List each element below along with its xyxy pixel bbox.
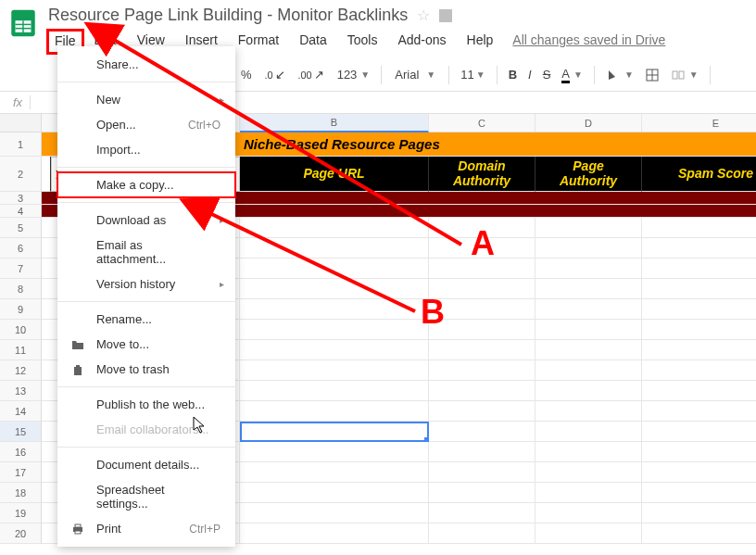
column-header[interactable]: B — [240, 114, 429, 132]
menu-data[interactable]: Data — [289, 29, 337, 55]
svg-rect-8 — [673, 71, 677, 79]
menu-make-a-copy[interactable]: Make a copy... — [57, 172, 235, 197]
svg-rect-11 — [75, 524, 81, 527]
menu-import[interactable]: Import... — [57, 137, 235, 162]
row-header[interactable]: 5 — [0, 218, 41, 238]
header-spam-score[interactable]: Spam Score — [642, 157, 756, 192]
annotation-a: A — [471, 224, 495, 263]
row-header[interactable]: 13 — [0, 381, 41, 401]
folder-icon — [70, 337, 85, 352]
row-header[interactable]: 14 — [0, 401, 41, 422]
font-selector[interactable]: Arial▼ — [387, 64, 443, 85]
column-header[interactable]: E — [642, 114, 756, 132]
row-header[interactable]: 3 — [0, 192, 41, 205]
row-header[interactable]: 8 — [0, 279, 41, 299]
merge-cells-button[interactable]: ▼ — [665, 64, 704, 86]
column-header[interactable]: C — [429, 114, 536, 132]
cursor-icon — [193, 416, 208, 438]
menu-publish-web[interactable]: Publish to the web... — [57, 392, 235, 417]
menu-email-attachment[interactable]: Email as attachment... — [57, 233, 235, 271]
row-header[interactable]: 18 — [0, 483, 41, 503]
folder-icon[interactable] — [439, 9, 452, 22]
select-all-corner[interactable] — [0, 114, 41, 132]
menu-format[interactable]: Format — [228, 29, 289, 55]
row-header[interactable]: 20 — [0, 523, 41, 544]
borders-button[interactable] — [639, 64, 665, 86]
header-page-url[interactable]: Page URL — [240, 157, 429, 192]
header-page-authority[interactable]: PageAuthority — [536, 157, 642, 192]
number-format-button[interactable]: 123▼ — [332, 64, 376, 85]
section-title-cell[interactable]: Niche-Based Resource Pages — [240, 132, 756, 157]
fx-label: fx — [6, 95, 31, 109]
menu-share[interactable]: Share... — [57, 52, 235, 77]
row-header[interactable]: 6 — [0, 238, 41, 259]
menu-move-to[interactable]: Move to... — [57, 332, 235, 357]
save-status[interactable]: All changes saved in Drive — [503, 29, 674, 55]
menu-help[interactable]: Help — [457, 29, 504, 55]
sheets-logo-icon[interactable] — [6, 6, 41, 41]
row-header[interactable]: 1 — [0, 132, 41, 157]
row-header[interactable]: 16 — [0, 442, 41, 462]
bold-button[interactable]: B — [503, 64, 523, 85]
row-header[interactable]: 10 — [0, 320, 41, 340]
menu-addons[interactable]: Add-ons — [387, 29, 456, 55]
menu-new[interactable]: New▸ — [57, 87, 235, 112]
font-size-selector[interactable]: 11▼ — [455, 64, 490, 85]
text-color-button[interactable]: A▼ — [556, 63, 588, 87]
row-header[interactable]: 17 — [0, 462, 41, 483]
row-header[interactable]: 7 — [0, 259, 41, 279]
row-header[interactable]: 2 — [0, 157, 41, 192]
print-icon — [70, 522, 85, 536]
row-header[interactable]: 4 — [0, 205, 41, 218]
menu-download-as[interactable]: Download as▸ — [57, 208, 235, 233]
menu-rename[interactable]: Rename... — [57, 307, 235, 332]
row-header[interactable]: 12 — [0, 360, 41, 381]
menu-tools[interactable]: Tools — [337, 29, 388, 55]
menu-spreadsheet-settings[interactable]: Spreadsheet settings... — [57, 477, 235, 516]
format-percent-button[interactable]: % — [235, 64, 258, 85]
menu-move-to-trash[interactable]: Move to trash — [57, 357, 235, 382]
annotation-b: B — [421, 293, 445, 332]
menu-open[interactable]: Open...Ctrl+O — [57, 112, 235, 137]
italic-button[interactable]: I — [523, 64, 537, 85]
menu-print[interactable]: PrintCtrl+P — [57, 516, 235, 541]
selected-cell[interactable] — [240, 422, 429, 442]
fill-color-button[interactable]: ▼ — [600, 64, 639, 86]
svg-rect-9 — [679, 71, 684, 79]
column-header[interactable]: D — [536, 114, 642, 132]
menu-document-details[interactable]: Document details... — [57, 452, 235, 477]
menu-version-history[interactable]: Version history▸ — [57, 271, 235, 296]
row-header[interactable]: 19 — [0, 503, 41, 523]
row-header[interactable]: 15 — [0, 422, 41, 442]
decrease-decimal-button[interactable]: .0↙ — [259, 64, 291, 85]
increase-decimal-button[interactable]: .00↗ — [293, 64, 330, 85]
file-menu-dropdown: Share... New▸ Open...Ctrl+O Import... Ma… — [57, 46, 235, 547]
document-title[interactable]: Resource Page Link Building - Monitor Ba… — [48, 6, 408, 25]
row-header[interactable]: 11 — [0, 340, 41, 360]
trash-icon — [70, 362, 85, 377]
star-icon[interactable]: ☆ — [417, 6, 430, 24]
strikethrough-button[interactable]: S — [537, 64, 557, 85]
row-header[interactable]: 9 — [0, 299, 41, 320]
menu-email-collaborators: Email collaborators... — [57, 417, 235, 442]
header-domain-authority[interactable]: DomainAuthority — [429, 157, 536, 192]
svg-rect-12 — [75, 531, 81, 534]
